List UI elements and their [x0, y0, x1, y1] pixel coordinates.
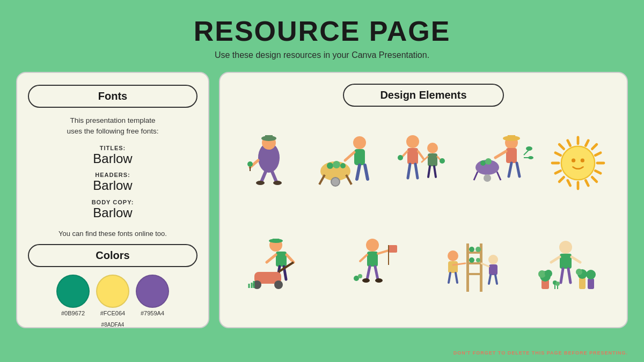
- svg-rect-132: [588, 278, 594, 289]
- color-extra-labels: #8ADFA4: [28, 322, 197, 328]
- body-font-entry: BODY COPY: Barlow: [28, 199, 197, 221]
- svg-rect-104: [466, 273, 482, 275]
- illus-person-planting: [233, 114, 305, 212]
- svg-line-15: [365, 165, 368, 179]
- headers-font-entry: HEADERS: Barlow: [28, 172, 197, 194]
- svg-line-94: [367, 267, 370, 279]
- svg-rect-30: [428, 153, 437, 166]
- svg-line-42: [509, 163, 511, 176]
- svg-point-47: [484, 174, 491, 182]
- svg-line-34: [434, 166, 436, 177]
- svg-point-36: [440, 158, 445, 164]
- svg-line-6: [272, 172, 276, 182]
- right-panel: Design Elements: [219, 72, 628, 328]
- svg-point-88: [366, 239, 379, 252]
- svg-line-116: [481, 263, 489, 267]
- svg-point-20: [327, 162, 333, 169]
- headers-label: HEADERS:: [28, 172, 197, 178]
- headers-font-name: Barlow: [28, 178, 197, 194]
- svg-line-69: [568, 141, 570, 146]
- svg-rect-12: [354, 149, 365, 165]
- svg-point-99: [358, 274, 362, 278]
- svg-line-43: [517, 163, 519, 176]
- illustrations-grid: [233, 114, 614, 316]
- svg-point-7: [256, 181, 265, 185]
- svg-line-123: [561, 269, 563, 283]
- svg-point-51: [526, 146, 532, 151]
- illus-adult-child: [387, 114, 459, 212]
- svg-line-18: [346, 175, 352, 184]
- svg-point-133: [586, 270, 596, 279]
- svg-rect-39: [508, 135, 515, 139]
- svg-line-67: [595, 153, 601, 156]
- svg-rect-115: [489, 264, 497, 275]
- svg-line-5: [261, 172, 266, 182]
- svg-rect-91: [389, 245, 397, 253]
- svg-rect-89: [367, 252, 378, 267]
- svg-line-118: [495, 275, 497, 284]
- svg-point-106: [475, 247, 481, 252]
- svg-point-22: [340, 163, 346, 168]
- color-hex-green: #0B9672: [61, 310, 85, 316]
- svg-point-119: [559, 241, 572, 254]
- svg-line-14: [357, 165, 360, 179]
- color-swatch-yellow: #FCE064: [96, 275, 129, 316]
- illus-mower: [233, 219, 324, 317]
- svg-point-54: [561, 146, 595, 180]
- svg-point-128: [545, 270, 552, 277]
- page-title: RESOURCE PAGE: [0, 15, 644, 47]
- body-font-name: Barlow: [28, 205, 197, 221]
- svg-point-97: [375, 278, 383, 283]
- svg-point-11: [353, 136, 366, 149]
- color-swatch-green: #0B9672: [56, 275, 90, 316]
- svg-line-64: [595, 171, 601, 174]
- colors-header: Colors: [28, 244, 197, 267]
- svg-point-109: [448, 250, 458, 261]
- svg-line-33: [428, 166, 430, 177]
- svg-line-65: [586, 141, 588, 146]
- color-label-bg: #8ADFA4: [101, 322, 125, 328]
- page-subtitle: Use these design resources in your Canva…: [0, 50, 644, 60]
- svg-line-17: [319, 175, 325, 184]
- fonts-header: Fonts: [28, 85, 197, 108]
- svg-rect-102: [466, 252, 482, 254]
- svg-line-90: [378, 250, 389, 254]
- svg-line-59: [559, 144, 564, 149]
- svg-point-29: [427, 143, 438, 153]
- illus-ladder-group: [426, 219, 517, 317]
- color-circle-yellow: [96, 275, 129, 308]
- svg-line-13: [345, 152, 354, 160]
- illustrations-row-1: [233, 114, 614, 212]
- fonts-description: This presentation template uses the foll…: [28, 115, 197, 137]
- svg-point-35: [398, 155, 403, 160]
- svg-rect-76: [276, 252, 287, 267]
- svg-point-137: [555, 282, 560, 286]
- illus-houseplants: [523, 219, 614, 317]
- color-hex-purple: #7959A4: [141, 310, 164, 316]
- svg-point-48: [480, 160, 486, 166]
- svg-point-23: [406, 135, 419, 148]
- main-content: Fonts This presentation template uses th…: [0, 63, 644, 337]
- svg-point-83: [274, 280, 283, 289]
- svg-line-70: [586, 181, 588, 186]
- svg-line-41: [495, 151, 506, 158]
- titles-label: TITLES:: [28, 145, 197, 151]
- left-panel: Fonts This presentation template uses th…: [16, 72, 209, 328]
- svg-line-61: [592, 144, 596, 149]
- footer-note: DON'T FORGET TO DELETE THIS PAGE BEFORE …: [453, 350, 628, 356]
- svg-point-49: [485, 158, 492, 165]
- color-circle-green: [56, 275, 90, 308]
- svg-point-72: [581, 159, 584, 162]
- illus-flag-person: [330, 219, 421, 317]
- svg-rect-40: [506, 148, 517, 163]
- svg-line-45: [474, 172, 478, 180]
- svg-line-124: [568, 269, 570, 283]
- svg-point-127: [538, 270, 546, 278]
- svg-line-122: [572, 257, 580, 262]
- svg-point-19: [331, 178, 340, 186]
- svg-line-77: [267, 255, 276, 262]
- fonts-online-text: You can find these fonts online too.: [28, 230, 197, 238]
- svg-line-78: [287, 255, 294, 262]
- illus-sun: [542, 114, 614, 212]
- svg-rect-24: [407, 148, 418, 164]
